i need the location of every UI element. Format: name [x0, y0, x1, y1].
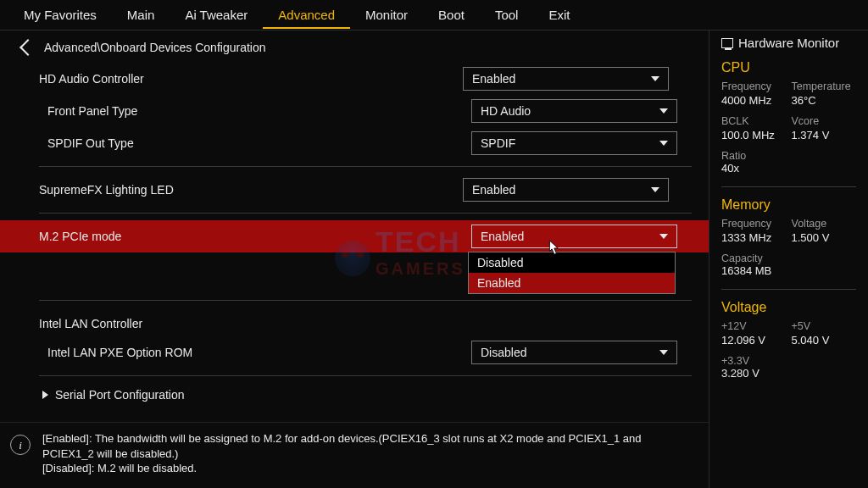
- volt-33-key: +3.3V: [721, 355, 856, 367]
- cpu-bclk-key: BCLK: [721, 115, 787, 127]
- setting-label-serial: Serial Port Configuration: [55, 388, 185, 402]
- mem-cap-key: Capacity: [721, 252, 856, 264]
- tab-myfavorites[interactable]: My Favorites: [8, 1, 112, 29]
- setting-label-hdaudio: HD Audio Controller: [39, 72, 463, 86]
- divider: [39, 213, 692, 214]
- select-pxe-value: Disabled: [481, 346, 526, 359]
- watermark-text-1: TECH: [376, 225, 461, 258]
- cpu-vcore-val: 1.374 V: [792, 129, 857, 141]
- settings-panel: Advanced\Onboard Devices Configuration T…: [0, 30, 709, 488]
- select-supremefx[interactable]: Enabled: [463, 178, 669, 202]
- divider: [39, 375, 692, 376]
- hardware-monitor-title: Hardware Monitor: [721, 36, 856, 57]
- chevron-down-icon: [659, 108, 668, 114]
- cpu-ratio-val: 40x: [721, 162, 856, 183]
- cpu-temp-key: Temperature: [792, 80, 857, 92]
- chevron-down-icon: [659, 350, 668, 355]
- monitor-icon: [721, 38, 733, 48]
- dropdown-m2-options[interactable]: Disabled Enabled: [468, 252, 676, 294]
- cpu-temp-val: 36°C: [792, 94, 857, 107]
- section-voltage: Voltage: [721, 297, 856, 320]
- cpu-freq-key: Frequency: [721, 80, 787, 92]
- select-m2[interactable]: Enabled: [471, 225, 677, 248]
- select-spdif-value: SPDIF: [481, 136, 515, 150]
- tab-boot[interactable]: Boot: [423, 1, 480, 29]
- help-panel: i [Enabled]: The bandwidth will be assig…: [0, 422, 709, 488]
- divider: [721, 289, 856, 290]
- caret-right-icon: [42, 391, 48, 399]
- tab-aitweaker[interactable]: Ai Tweaker: [170, 1, 263, 29]
- select-hdaudio-value: Enabled: [472, 72, 515, 86]
- breadcrumb[interactable]: Advanced\Onboard Devices Configuration: [0, 30, 709, 63]
- setting-label-pxe: Intel LAN PXE Option ROM: [47, 346, 471, 359]
- cpu-vcore-key: Vcore: [792, 115, 857, 127]
- setting-label-supremefx: SupremeFX Lighting LED: [39, 183, 463, 197]
- setting-label-spdif: SPDIF Out Type: [47, 136, 471, 150]
- main-nav: My Favorites Main Ai Tweaker Advanced Mo…: [0, 0, 868, 30]
- breadcrumb-text: Advanced\Onboard Devices Configuration: [44, 41, 266, 54]
- setting-label-frontpanel: Front Panel Type: [47, 104, 471, 118]
- cpu-ratio-key: Ratio: [721, 150, 856, 162]
- chevron-down-icon: [659, 141, 668, 146]
- watermark: TECH GAMERS: [335, 225, 465, 291]
- watermark-face-icon: [335, 241, 370, 276]
- dropdown-option-enabled[interactable]: Enabled: [469, 273, 675, 293]
- mem-cap-val: 16384 MB: [721, 264, 856, 286]
- divider: [39, 166, 692, 167]
- help-line-1: [Enabled]: The bandwidth will be assigne…: [42, 431, 693, 461]
- mem-volt-val: 1.500 V: [792, 231, 857, 244]
- mem-freq-key: Frequency: [721, 218, 787, 230]
- tab-exit[interactable]: Exit: [533, 1, 585, 29]
- divider: [39, 300, 692, 301]
- tab-monitor[interactable]: Monitor: [350, 1, 423, 29]
- section-cpu: CPU: [721, 57, 856, 80]
- chevron-down-icon: [659, 234, 668, 239]
- select-m2-value: Enabled: [481, 230, 524, 243]
- info-icon: i: [10, 435, 31, 455]
- back-arrow-icon[interactable]: [19, 39, 36, 56]
- cpu-freq-val: 4000 MHz: [721, 94, 787, 107]
- hardware-monitor-panel: Hardware Monitor CPU Frequency Temperatu…: [709, 30, 868, 488]
- tab-main[interactable]: Main: [112, 1, 170, 29]
- cursor-icon: [545, 239, 560, 258]
- help-text: [Enabled]: The bandwidth will be assigne…: [42, 431, 693, 476]
- cpu-bclk-val: 100.0 MHz: [721, 129, 787, 141]
- hardware-monitor-label: Hardware Monitor: [738, 36, 839, 50]
- tab-advanced[interactable]: Advanced: [263, 1, 350, 29]
- select-hdaudio[interactable]: Enabled: [463, 67, 669, 91]
- help-line-2: [Disabled]: M.2 will be disabled.: [42, 461, 693, 476]
- select-pxe[interactable]: Disabled: [471, 341, 677, 364]
- volt-12-val: 12.096 V: [721, 334, 787, 347]
- divider: [721, 186, 856, 187]
- expand-serial[interactable]: Serial Port Configuration: [39, 383, 692, 402]
- mem-volt-key: Voltage: [792, 218, 857, 230]
- volt-5-key: +5V: [792, 320, 857, 332]
- setting-label-lan: Intel LAN Controller: [39, 317, 463, 330]
- section-memory: Memory: [721, 194, 856, 218]
- volt-5-val: 5.040 V: [792, 334, 857, 347]
- chevron-down-icon: [651, 76, 659, 81]
- dropdown-option-disabled[interactable]: Disabled: [469, 252, 675, 273]
- volt-12-key: +12V: [721, 320, 787, 332]
- select-spdif[interactable]: SPDIF: [471, 131, 677, 155]
- tab-tool[interactable]: Tool: [480, 1, 534, 29]
- select-supremefx-value: Enabled: [472, 183, 515, 197]
- watermark-text-2: GAMERS: [376, 259, 465, 278]
- chevron-down-icon: [651, 187, 659, 192]
- select-frontpanel-value: HD Audio: [481, 104, 531, 118]
- volt-33-val: 3.280 V: [721, 367, 856, 388]
- mem-freq-val: 1333 MHz: [721, 231, 787, 244]
- select-frontpanel[interactable]: HD Audio: [471, 99, 677, 123]
